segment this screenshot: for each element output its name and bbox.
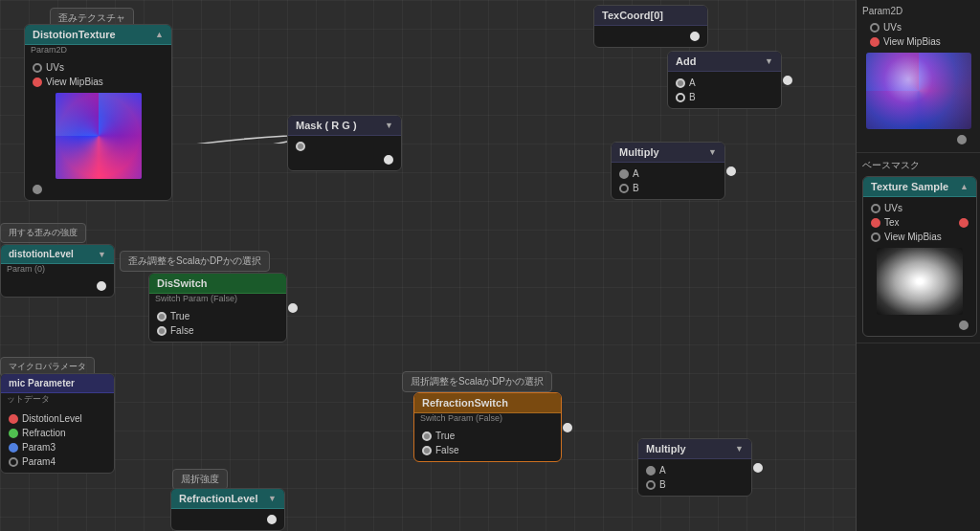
pin-dot-true-ref: [422, 431, 432, 441]
node-header-texcoord: TexCoord[0]: [594, 6, 707, 26]
panel-pin-dot-tex-ts: [871, 218, 880, 228]
pin-param4: Param4: [1, 454, 114, 469]
pin-dot-a-mul2: [646, 466, 656, 476]
pin-a-mul2: A: [638, 463, 751, 477]
pin-dot-a-add: [676, 78, 685, 88]
label-refraction-adjust: 屈折調整をScalaかDPかの選択: [402, 371, 552, 392]
panel-pin-dot-out-ts: [959, 321, 969, 330]
pin-out-texture: [25, 183, 171, 196]
node-refraction-switch[interactable]: RefractionSwitch Switch Param (False) Tr…: [413, 392, 562, 462]
panel-pin-dot-view-mipbias: [870, 37, 880, 47]
node-distortion-texture[interactable]: DistotionTexture ▲ Param2D UVs View MipB…: [24, 24, 172, 201]
node-header-mask: Mask ( R G ) ▼: [288, 116, 401, 136]
panel-pin-dot-out-1: [957, 135, 967, 144]
pin-true-dis: True: [149, 309, 286, 323]
pin-dot-out-texcoord: [690, 32, 700, 41]
pin-dot-out-rl: [267, 515, 277, 524]
pin-dot-true-dis: [157, 312, 167, 321]
texture-preview-distortion: [56, 93, 142, 179]
pin-dot-b-mul1: [619, 184, 629, 193]
pin-dot-out-texture: [33, 185, 42, 194]
node-header-multiply-1: Multiply ▼: [612, 143, 724, 163]
panel-pin-out-1: [862, 133, 974, 146]
right-panel: Param2D UVs View MipBias ベースマスク Texture …: [856, 0, 980, 531]
pin-true-ref: True: [414, 429, 561, 443]
pin-dot-out-mul1: [726, 166, 736, 176]
node-dis-switch[interactable]: DisSwitch Switch Param (False) True Fals…: [148, 273, 287, 343]
node-texcoord[interactable]: TexCoord[0]: [593, 5, 708, 48]
pin-out-refraction-level: [171, 513, 284, 526]
pin-dot-param4: [9, 457, 18, 467]
node-header-dynamic: mic Parameter: [1, 374, 114, 393]
pin-dot-out-add: [783, 76, 792, 85]
pin-out-texcoord: [594, 30, 707, 43]
pin-dot-uvs: [33, 63, 42, 73]
panel-pin-tex-ts: Tex: [863, 215, 976, 230]
panel-param2d: Param2D UVs View MipBias: [857, 0, 980, 153]
node-distortion-level[interactable]: distotionLevel ▼ Param (0): [0, 244, 115, 298]
node-add[interactable]: Add ▼ A B: [667, 51, 782, 109]
pin-dot-a-mul1: [619, 169, 629, 179]
pin-in-mask: [288, 140, 401, 153]
label-distort-strength: 用する歪みの強度: [0, 223, 86, 243]
pin-dot-view-mipbias: [33, 77, 42, 87]
node-header-refraction-level: RefractionLevel ▼: [171, 489, 284, 509]
texture-thumb-distortion: [866, 53, 971, 129]
pin-distortion-level: DistotionLevel: [1, 411, 114, 426]
pin-out-distortion-level: [1, 279, 114, 293]
panel-texture-sample[interactable]: Texture Sample ▲ UVs Tex View MipBias: [862, 176, 977, 337]
panel-pin-dot-uvs-ts: [871, 204, 880, 213]
node-header-distortion-level: distotionLevel ▼: [1, 245, 114, 264]
pin-uvs: UVs: [25, 60, 171, 75]
panel-pin-dot-mip-ts: [871, 232, 880, 242]
node-header-distortion-texture: DistotionTexture ▲: [25, 25, 171, 45]
node-refraction-level[interactable]: RefractionLevel ▼: [170, 488, 285, 531]
pin-b-add: B: [668, 90, 781, 104]
panel-pin-uvs: UVs: [862, 20, 974, 34]
pin-a-add: A: [668, 76, 781, 90]
pin-b-mul1: B: [612, 181, 724, 195]
node-header-dis-switch: DisSwitch: [149, 274, 286, 294]
panel-pin-dot-out-tex: [959, 218, 969, 228]
pin-dot-distortion-level: [9, 414, 18, 424]
pin-dot-in-mask: [296, 142, 305, 151]
panel-base-mask: ベースマスク Texture Sample ▲ UVs Tex Vi: [857, 153, 980, 343]
pin-a-mul1: A: [612, 166, 724, 181]
pin-dot-out-mask: [384, 155, 393, 165]
panel-pin-dot-uvs: [870, 23, 880, 33]
node-mask-rg[interactable]: Mask ( R G ) ▼: [287, 115, 402, 171]
pin-dot-false-ref: [422, 446, 432, 455]
panel-ts-header: Texture Sample ▲: [863, 177, 976, 197]
pin-dot-out-refraction-switch: [563, 423, 572, 432]
pin-false-ref: False: [414, 443, 561, 457]
node-multiply-2[interactable]: Multiply ▼ A B: [637, 438, 752, 497]
pin-dot-b-add: [676, 93, 685, 102]
panel-base-mask-label: ベースマスク: [862, 159, 974, 172]
node-header-refraction-switch: RefractionSwitch: [414, 393, 561, 413]
node-header-multiply-2: Multiply ▼: [638, 439, 751, 459]
pin-param3: Param3: [1, 440, 114, 454]
panel-pin-mip-ts: View MipBias: [863, 230, 976, 244]
pin-b-mul2: B: [638, 477, 751, 492]
pin-dot-param3: [9, 443, 18, 453]
pin-dot-out-dl: [97, 281, 106, 291]
pin-dot-refraction: [9, 429, 18, 438]
pin-dot-out-mul2: [753, 463, 763, 473]
panel-pin-view-mipbias: View MipBias: [862, 34, 974, 49]
pin-out-mask: [288, 153, 401, 166]
node-dynamic-param[interactable]: mic Parameter ットデータ DistotionLevel Refra…: [0, 373, 115, 474]
label-refraction-strength: 屈折強度: [172, 469, 228, 490]
panel-param2d-label: Param2D: [862, 6, 974, 16]
pin-view-mipbias: View MipBias: [25, 75, 171, 89]
node-multiply-1[interactable]: Multiply ▼ A B: [611, 142, 725, 200]
panel-pin-uvs-ts: UVs: [863, 201, 976, 215]
pin-dot-out-dis-switch: [288, 303, 298, 313]
pin-dot-false-dis: [157, 326, 167, 336]
texture-thumb-bw: [877, 248, 963, 315]
pin-false-dis: False: [149, 323, 286, 338]
pin-refraction: Refraction: [1, 426, 114, 440]
node-header-add: Add ▼: [668, 52, 781, 72]
panel-pin-out-ts: [863, 319, 976, 332]
pin-dot-b-mul2: [646, 480, 656, 490]
label-distort-adjust: 歪み調整をScalaかDPかの選択: [120, 251, 270, 272]
